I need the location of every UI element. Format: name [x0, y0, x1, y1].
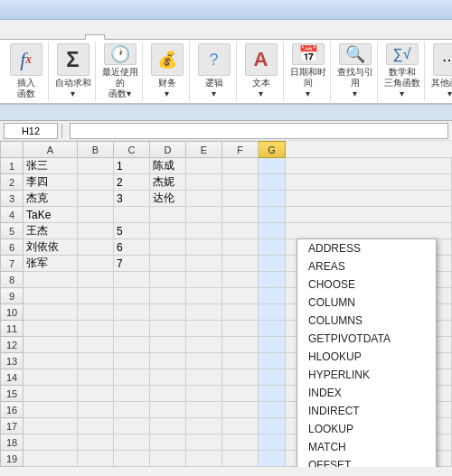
dropdown-item-hlookup[interactable]: HLOOKUP	[297, 348, 436, 366]
cell[interactable]: 杰克	[24, 191, 78, 207]
cell[interactable]	[150, 239, 186, 256]
cell[interactable]: 张军	[24, 256, 78, 272]
cell[interactable]	[222, 369, 259, 386]
cell[interactable]	[259, 321, 286, 337]
dropdown-item-getpivotdata[interactable]: GETPIVOTDATA	[297, 330, 436, 348]
cell[interactable]	[186, 369, 222, 386]
dropdown-item-address[interactable]: ADDRESS	[297, 239, 436, 257]
dropdown-item-offset[interactable]: OFFSET	[297, 456, 436, 467]
cell[interactable]	[24, 386, 78, 402]
cell[interactable]	[186, 223, 222, 239]
tab-file[interactable]	[2, 34, 22, 39]
cell[interactable]: 李四	[24, 174, 78, 191]
col-header-G[interactable]: G	[259, 142, 286, 158]
cell[interactable]	[186, 174, 222, 191]
cell[interactable]	[78, 353, 114, 369]
cell[interactable]	[78, 386, 114, 402]
cell[interactable]	[259, 239, 286, 256]
cell[interactable]	[150, 434, 186, 451]
cell[interactable]	[259, 304, 286, 321]
cell[interactable]	[186, 451, 222, 467]
tab-insert[interactable]	[43, 34, 63, 39]
cell[interactable]	[186, 321, 222, 337]
cell[interactable]	[78, 418, 114, 434]
dropdown-item-index[interactable]: INDEX	[297, 384, 436, 402]
cell[interactable]	[186, 207, 222, 223]
financial-icon[interactable]: 💰	[151, 43, 184, 76]
cell[interactable]	[222, 402, 259, 418]
cell[interactable]	[186, 434, 222, 451]
logical-icon[interactable]: ?	[198, 43, 231, 76]
insert-function-icon[interactable]: fx	[10, 43, 42, 76]
dropdown-item-hyperlink[interactable]: HYPERLINK	[297, 366, 436, 384]
cell[interactable]	[186, 418, 222, 434]
cell[interactable]: 6	[114, 239, 150, 256]
cell[interactable]	[259, 223, 286, 239]
cell[interactable]	[259, 272, 286, 288]
cell[interactable]	[186, 158, 222, 174]
cell[interactable]: 达伦	[150, 191, 186, 207]
cell[interactable]	[78, 451, 114, 467]
cell[interactable]: 杰妮	[150, 174, 186, 191]
cell[interactable]	[259, 353, 286, 369]
cell[interactable]	[150, 418, 186, 434]
cell[interactable]	[78, 434, 114, 451]
cell[interactable]	[150, 223, 186, 239]
text-icon[interactable]: A	[245, 43, 278, 76]
tab-view[interactable]	[147, 34, 167, 39]
cell[interactable]	[78, 304, 114, 321]
cell[interactable]	[259, 386, 286, 402]
cell[interactable]	[259, 337, 286, 353]
cell[interactable]	[186, 288, 222, 304]
cell[interactable]	[222, 418, 259, 434]
cell[interactable]	[186, 191, 222, 207]
cell[interactable]	[259, 174, 286, 191]
cell[interactable]	[114, 207, 150, 223]
cell[interactable]	[222, 288, 259, 304]
cell[interactable]	[222, 321, 259, 337]
cell[interactable]	[24, 304, 78, 321]
cell[interactable]	[222, 223, 259, 239]
cell[interactable]	[186, 386, 222, 402]
cell[interactable]	[24, 418, 78, 434]
cell[interactable]	[78, 158, 114, 174]
dropdown-item-areas[interactable]: AREAS	[297, 257, 436, 275]
cell[interactable]	[222, 174, 259, 191]
cell[interactable]	[78, 256, 114, 272]
cell[interactable]	[259, 288, 286, 304]
cell[interactable]	[150, 402, 186, 418]
col-header-A[interactable]: A	[24, 142, 78, 158]
cell[interactable]	[259, 451, 286, 467]
cell[interactable]	[186, 239, 222, 256]
cell[interactable]	[150, 256, 186, 272]
more-icon[interactable]: ⋯	[433, 43, 452, 76]
cell[interactable]	[259, 369, 286, 386]
cell[interactable]	[114, 418, 150, 434]
cell[interactable]: 刘依依	[24, 239, 78, 256]
cell[interactable]	[259, 402, 286, 418]
cell[interactable]	[24, 451, 78, 467]
cell[interactable]	[114, 304, 150, 321]
cell[interactable]	[114, 272, 150, 288]
dropdown-item-columns[interactable]: COLUMNS	[297, 312, 436, 330]
cell[interactable]	[78, 402, 114, 418]
cell[interactable]	[114, 402, 150, 418]
cell[interactable]: 2	[114, 174, 150, 191]
cell[interactable]	[150, 451, 186, 467]
cell[interactable]: 7	[114, 256, 150, 272]
cell[interactable]	[259, 434, 286, 451]
cell[interactable]	[78, 337, 114, 353]
recent-icon[interactable]: 🕐	[104, 43, 137, 65]
cell[interactable]	[259, 158, 286, 174]
cell[interactable]	[186, 304, 222, 321]
cell[interactable]	[222, 304, 259, 321]
cell[interactable]: 5	[114, 223, 150, 239]
cell[interactable]	[286, 191, 452, 207]
tab-home[interactable]	[23, 34, 42, 39]
cell[interactable]	[222, 207, 259, 223]
cell[interactable]	[114, 434, 150, 451]
cell[interactable]	[186, 256, 222, 272]
cell[interactable]	[114, 337, 150, 353]
cell[interactable]: 陈成	[150, 158, 186, 174]
col-header-E[interactable]: E	[186, 142, 222, 158]
